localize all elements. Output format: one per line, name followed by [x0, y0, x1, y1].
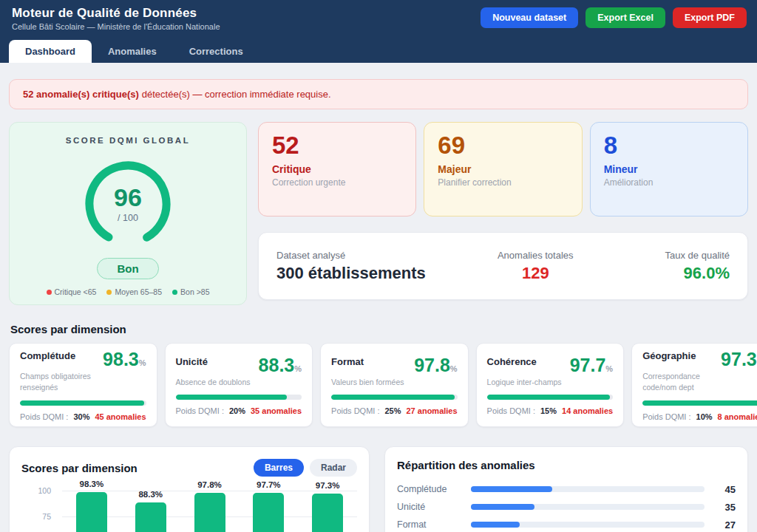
dimension-footer: Poids DQMI :10%8 anomalies [642, 412, 757, 421]
dimension-score-value: 97.3 [721, 349, 757, 369]
dimension-score: 97.3% [721, 349, 757, 370]
critical-alert-banner: 52 anomalie(s) critique(s) détectée(s) —… [9, 79, 748, 109]
dimension-desc: Absence de doublons [176, 377, 268, 388]
dimension-name: Complétude [20, 349, 75, 361]
anomaly-count: 45 anomalies [95, 412, 146, 421]
barres-toggle[interactable]: Barres [254, 459, 304, 477]
severity-count: 8 [604, 132, 734, 159]
summary-label: Dataset analysé [276, 250, 471, 261]
anomaly-row-label: Unicité [397, 502, 462, 512]
bar-geographie [312, 494, 343, 532]
legend-item-bon-85: Bon >85 [172, 287, 209, 296]
gauge-center: 96 / 100 [76, 152, 180, 256]
dimension-card-head: Géographie97.3% [642, 349, 757, 370]
dimension-desc: Valeurs bien formées [331, 377, 424, 388]
bar-coherence [253, 493, 284, 532]
dimension-score-unit: % [605, 364, 613, 373]
alert-bold-text: 52 anomalie(s) critique(s) [23, 89, 139, 100]
legend-dot [106, 290, 112, 295]
dimension-card-coherence: Cohérence97.7%Logique inter-champsPoids … [476, 343, 625, 427]
dimension-footer: Poids DQMI :15%14 anomalies [487, 406, 614, 415]
dimension-score-unit: % [450, 364, 458, 373]
dimension-desc: Champs obligatoires renseignés [20, 371, 112, 392]
summary-label: Taux de qualité [600, 250, 730, 261]
severity-label: Majeur [438, 163, 568, 175]
dimension-desc: Correspondance code/nom dept [642, 371, 735, 392]
bar-value-label: 97.8% [180, 480, 240, 489]
bar-value-label: 88.3% [121, 490, 180, 499]
severity-label: Critique [272, 163, 402, 175]
radar-toggle[interactable]: Radar [310, 459, 357, 477]
weight-value: 15% [540, 406, 557, 415]
bar-completude [76, 492, 107, 532]
dimension-score-unit: % [294, 364, 302, 373]
legend-dot [47, 290, 52, 295]
charts-row: Scores par dimension BarresRadar 1007598… [9, 446, 748, 532]
anomaly-row-label: Format [397, 519, 462, 530]
tab-dashboard[interactable]: Dashboard [9, 40, 92, 63]
anomaly-bar-fill [471, 486, 552, 492]
export-excel-button[interactable]: Export Excel [585, 7, 665, 28]
dimension-name: Géographie [642, 349, 696, 361]
dimension-progress-track [176, 395, 302, 400]
dimension-progress-fill [176, 395, 288, 400]
main-content: 52 anomalie(s) critique(s) détectée(s) —… [0, 63, 757, 532]
anomaly-row-unicite: Unicité35 [397, 498, 736, 516]
y-tick-label: 75 [21, 512, 51, 521]
tab-corrections[interactable]: Corrections [173, 40, 259, 63]
legend-label: Moyen 65–85 [115, 287, 162, 296]
anomaly-row-value: 27 [713, 519, 736, 531]
severity-subtext: Planifier correction [438, 177, 568, 188]
anomaly-bar-track [471, 522, 705, 528]
dimension-progress-fill [20, 400, 144, 406]
anomaly-row-label: Complétude [397, 484, 462, 494]
anomaly-bar-fill [471, 504, 534, 510]
dimension-footer: Poids DQMI :30%45 anomalies [20, 412, 146, 421]
scores-chart-header: Scores par dimension BarresRadar [21, 459, 357, 477]
dimension-progress-fill [331, 395, 455, 400]
severity-subtext: Correction urgente [272, 177, 402, 188]
severity-subtext: Amélioration [604, 177, 734, 188]
tab-anomalies[interactable]: Anomalies [92, 40, 173, 63]
score-status-badge: Bon [97, 258, 158, 279]
summary-label: Anomalies totales [471, 250, 600, 261]
dimension-cards-row: Complétude98.3%Champs obligatoires rense… [9, 343, 748, 427]
scores-chart-title: Scores par dimension [21, 462, 138, 474]
anomalies-panel-header: Répartition des anomalies [397, 459, 736, 471]
header: Moteur de Qualité de Données Cellule Bât… [0, 0, 757, 63]
dimension-name: Format [331, 355, 364, 367]
anomalies-panel: Répartition des anomalies Complétude45Un… [384, 446, 748, 532]
summary-anomalies-totales: Anomalies totales129 [471, 250, 600, 283]
bar-format [194, 493, 225, 532]
dimension-card-unicite: Unicité88.3%Absence de doublonsPoids DQM… [165, 343, 313, 427]
legend-dot [172, 290, 177, 295]
dimension-card-head: Format97.8% [331, 355, 458, 376]
app-subtitle: Cellule Bâti Scolaire — Ministère de l'É… [12, 22, 220, 31]
majeur-card: 69MajeurPlanifier correction [424, 122, 582, 216]
summary-value: 96.0% [600, 264, 730, 283]
dimension-desc: Logique inter-champs [487, 377, 580, 388]
legend-item-moyen-65-85: Moyen 65–85 [106, 287, 162, 296]
dimension-card-format: Format97.8%Valeurs bien forméesPoids DQM… [320, 343, 469, 427]
gridline [62, 491, 357, 491]
dimension-score: 97.8% [414, 355, 457, 376]
dimension-card-head: Unicité88.3% [176, 355, 302, 376]
summary-taux-de-qualite: Taux de qualité96.0% [600, 250, 730, 283]
weight-label: Poids DQMI : [487, 406, 535, 415]
summary-value: 300 établissements [276, 264, 471, 283]
tab-bar: DashboardAnomaliesCorrections [9, 40, 259, 63]
bar-value-label: 97.7% [239, 480, 298, 489]
anomaly-count: 14 anomalies [562, 406, 613, 415]
anomaly-row-format: Format27 [397, 516, 736, 532]
dimensions-heading: Scores par dimension [10, 323, 747, 335]
dimension-card-head: Complétude98.3% [20, 349, 146, 370]
gauge-title: SCORE DQMI GLOBAL [10, 136, 246, 145]
severity-label: Mineur [604, 163, 734, 175]
weight-label: Poids DQMI : [20, 412, 68, 421]
bar-value-label: 97.3% [298, 481, 357, 490]
export-pdf-button[interactable]: Export PDF [673, 7, 747, 28]
gauge-score-max: / 100 [118, 213, 138, 223]
weight-value: 20% [229, 406, 245, 415]
header-actions: Nouveau datasetExport ExcelExport PDF [481, 7, 747, 28]
nouveau-dataset-button[interactable]: Nouveau dataset [481, 7, 578, 28]
